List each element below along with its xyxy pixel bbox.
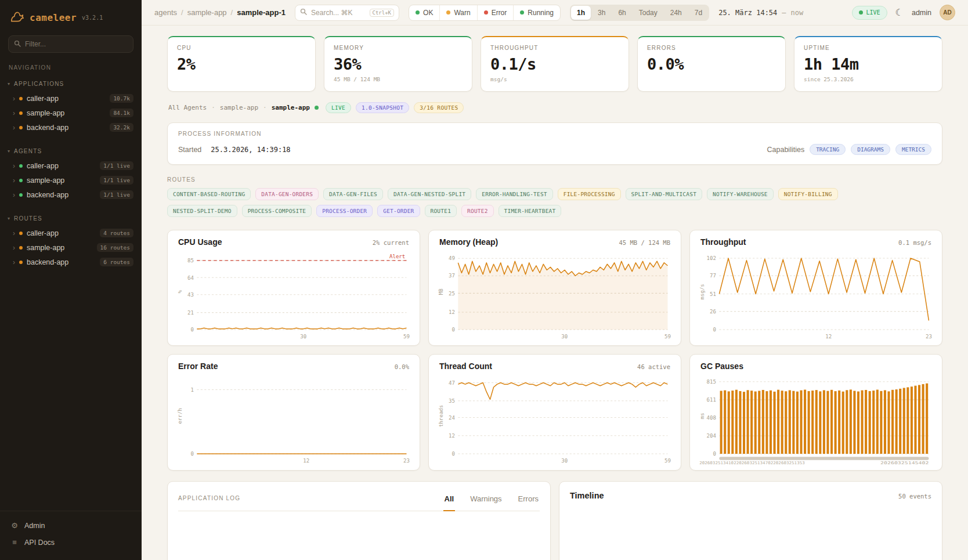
route-pill-split-and-multicast[interactable]: SPLIT-AND-MULTICAST — [626, 188, 702, 200]
throughput-chart: 0265177102msg/s1223 — [698, 248, 934, 342]
stat-value: 36% — [334, 55, 463, 73]
sidebar-item-applications-backend-app[interactable]: ›backend-app32.2k — [0, 120, 142, 135]
range-6h[interactable]: 6h — [612, 6, 631, 20]
range-today[interactable]: Today — [633, 6, 663, 20]
stat-label: ERRORS — [647, 45, 776, 51]
sidebar-item-agents-backend-app[interactable]: ›backend-app1/1 live — [0, 187, 142, 202]
route-pill-content-based-routing[interactable]: CONTENT-BASED-ROUTING — [167, 188, 251, 200]
route-pill-nested-split-demo[interactable]: NESTED-SPLIT-DEMO — [167, 205, 237, 217]
live-toggle[interactable]: LIVE — [852, 6, 887, 20]
route-pill-notify-billing[interactable]: NOTIFY-BILLING — [778, 188, 838, 200]
range-7d[interactable]: 7d — [689, 6, 708, 20]
chart-title: Throughput — [700, 237, 746, 247]
sidebar-item-agents-caller-app[interactable]: ›caller-app1/1 live — [0, 158, 142, 173]
log-tab-all[interactable]: All — [443, 486, 456, 511]
agent-crumb-sample-app[interactable]: sample-app — [220, 104, 258, 111]
log-tab-errors[interactable]: Errors — [517, 486, 540, 511]
sidebar-section-header-applications[interactable]: ▾APPLICATIONS — [0, 79, 142, 89]
capability-pill-metrics: METRICS — [895, 144, 931, 155]
chart-header: GC Pauses — [698, 362, 934, 371]
chart-title: Thread Count — [439, 362, 492, 371]
ok-status-dot — [416, 10, 420, 15]
breadcrumb-sample-app[interactable]: sample-app — [187, 8, 227, 17]
avatar[interactable]: AD — [940, 5, 955, 20]
cameleer-logo-icon — [9, 9, 24, 26]
svg-text:77: 77 — [710, 273, 716, 279]
agent-crumb-all-agents[interactable]: All Agents — [168, 104, 207, 111]
route-pill-route1[interactable]: ROUTE1 — [425, 205, 457, 217]
sidebar-item-routes-sample-app[interactable]: ›sample-app16 routes — [0, 240, 142, 255]
chevron-right-icon: › — [13, 110, 15, 117]
status-dot — [19, 164, 23, 168]
status-filter-ok[interactable]: OK — [409, 5, 439, 20]
route-pill-get-order[interactable]: GET-ORDER — [377, 205, 420, 217]
sidebar-footer-label: Admin — [24, 522, 45, 530]
sidebar-item-agents-sample-app[interactable]: ›sample-app1/1 live — [0, 173, 142, 187]
main: agents/sample-app/sample-app-1 Search...… — [142, 0, 968, 560]
route-pill-error-handling-test[interactable]: ERROR-HANDLING-TEST — [476, 188, 552, 200]
sidebar-footer-api-docs[interactable]: ≡API Docs — [0, 534, 142, 551]
route-pill-data-gen-nested-split[interactable]: DATA-GEN-NESTED-SPLIT — [388, 188, 471, 200]
chart-title: Memory (Heap) — [439, 237, 498, 247]
capabilities: Capabilities TRACINGDIAGRAMSMETRICS — [767, 144, 931, 155]
sidebar-section-routes: ▾ROUTES›caller-app4 routes›sample-app16 … — [0, 214, 142, 269]
svg-text:59: 59 — [664, 458, 671, 464]
live-status-dot — [859, 10, 863, 15]
application-log-card: APPLICATION LOG AllWarningsErrors — [167, 481, 551, 560]
status-filter-label: Warn — [454, 9, 470, 17]
cpu-usage-chart: 021436485%3059Alert — [176, 248, 411, 342]
svg-text:20260325145402: 20260325145402 — [880, 461, 929, 466]
route-pill-route2[interactable]: ROUTE2 — [461, 205, 494, 217]
stats-row: CPU2%MEMORY36%45 MB / 124 MBTHROUGHPUT0.… — [167, 36, 942, 92]
filter-input[interactable] — [25, 40, 128, 48]
sidebar-item-badge: 1/1 live — [100, 190, 133, 199]
chart-header: CPU Usage2% current — [176, 237, 411, 247]
svg-text:0: 0 — [713, 451, 716, 457]
chart-card-gc-pauses: GC Pauses0204408611815ms2026032513410220… — [689, 354, 942, 470]
sidebar-footer-admin[interactable]: ⚙Admin — [0, 517, 142, 534]
route-pill-notify-warehouse[interactable]: NOTIFY-WAREHOUSE — [707, 188, 774, 200]
sidebar-item-applications-caller-app[interactable]: ›caller-app10.7k — [0, 91, 142, 106]
range-1h[interactable]: 1h — [571, 6, 591, 20]
svg-text:msg/s: msg/s — [699, 284, 705, 299]
route-pill-data-gen-orders[interactable]: DATA-GEN-ORDERS — [255, 188, 319, 200]
sidebar-item-routes-caller-app[interactable]: ›caller-app4 routes — [0, 226, 142, 240]
route-pill-process-order[interactable]: PROCESS-ORDER — [316, 205, 373, 217]
sidebar-section-header-routes[interactable]: ▾ROUTES — [0, 214, 142, 223]
svg-text:21: 21 — [187, 310, 194, 316]
route-pill-timer-heartbeat[interactable]: TIMER-HEARTBEAT — [499, 205, 562, 217]
sidebar-sections: ▾APPLICATIONS›caller-app10.7k›sample-app… — [0, 79, 142, 281]
agent-crumb-separator: · — [263, 104, 267, 111]
sidebar-item-routes-backend-app[interactable]: ›backend-app6 routes — [0, 255, 142, 269]
capability-pill-tracing: TRACING — [810, 144, 846, 155]
sidebar-item-badge: 1/1 live — [100, 161, 133, 170]
datetime-value: 25. März 14:54 — [718, 9, 777, 17]
stat-label: CPU — [177, 45, 306, 51]
sidebar-item-label: backend-app — [27, 191, 96, 199]
status-filter-warn[interactable]: Warn — [439, 5, 476, 20]
chevron-right-icon: › — [13, 259, 15, 266]
sidebar-section-header-agents[interactable]: ▾AGENTS — [0, 146, 142, 156]
app-logo[interactable]: cameleer v3.2.1 — [0, 0, 142, 34]
search-input[interactable]: Search... ⌘K Ctrl+K — [295, 5, 399, 21]
breadcrumb-agents[interactable]: agents — [154, 8, 177, 17]
sidebar-item-applications-sample-app[interactable]: ›sample-app84.1k — [0, 106, 142, 120]
process-information-card: PROCESS INFORMATION Started 25.3.2026, 1… — [167, 122, 942, 165]
route-pill-process-composite[interactable]: PROCESS-COMPOSITE — [242, 205, 312, 217]
status-filter-error[interactable]: Error — [477, 5, 514, 20]
status-filter-running[interactable]: Running — [513, 5, 560, 20]
agent-live-dot — [315, 106, 319, 110]
range-3h[interactable]: 3h — [592, 6, 611, 20]
log-tab-warnings[interactable]: Warnings — [469, 486, 503, 511]
route-pill-file-processing[interactable]: FILE-PROCESSING — [558, 188, 621, 200]
status-dot — [19, 246, 23, 250]
range-24h[interactable]: 24h — [664, 6, 688, 20]
gc-chart-horizontal-scrollbar[interactable] — [719, 457, 929, 460]
chevron-right-icon: › — [13, 162, 15, 169]
route-pill-data-gen-files[interactable]: DATA-GEN-FILES — [323, 188, 383, 200]
svg-text:64: 64 — [187, 275, 194, 281]
datetime[interactable]: 25. März 14:54 — now — [718, 9, 803, 17]
svg-text:43: 43 — [187, 292, 194, 298]
gear-icon: ⚙ — [10, 521, 19, 530]
theme-toggle-moon-icon[interactable]: ☾ — [895, 8, 904, 17]
